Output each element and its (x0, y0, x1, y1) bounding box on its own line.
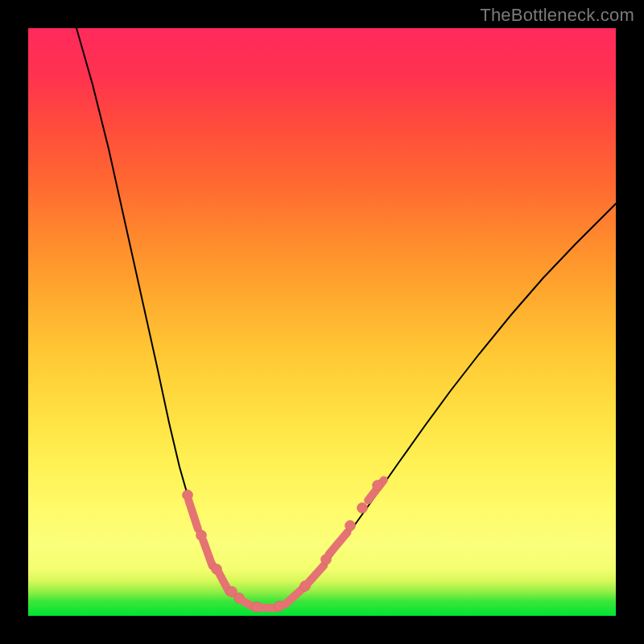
curve-marker-dash (203, 540, 213, 566)
curve-marker-dot (345, 521, 356, 531)
curve-marker-dot (373, 481, 383, 491)
plot-area (28, 28, 616, 616)
curve-marker-dash (260, 608, 276, 609)
curve-marker-dash (285, 588, 303, 605)
curve-marker-dash (306, 565, 324, 585)
marker-layer (183, 480, 384, 612)
chart-stage: TheBottleneck.com (0, 0, 644, 644)
curve-marker-dash (328, 532, 347, 555)
watermark-text: TheBottleneck.com (480, 5, 634, 26)
bottleneck-curve (76, 28, 616, 608)
curve-marker-dot (357, 503, 368, 514)
curve-layer (28, 28, 616, 616)
curve-marker-dash (188, 500, 198, 529)
